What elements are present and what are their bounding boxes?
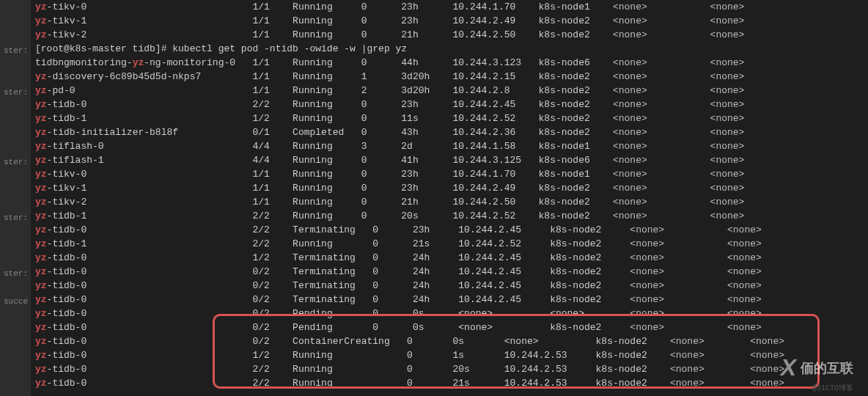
none-value: <none> (613, 197, 710, 208)
none-value: <none> (710, 99, 745, 110)
terminal-line: yz-tikv-1 1/1 Running 0 23h 10.244.2.49 … (31, 14, 868, 28)
gutter-label (0, 252, 31, 266)
gutter-label: ster: (0, 43, 31, 57)
highlighted-prefix: yz (35, 113, 47, 124)
highlighted-prefix: yz (35, 252, 47, 263)
highlighted-prefix: yz (35, 364, 47, 375)
terminal-line: yz-tidb-0 2/2 Terminating 0 23h 10.244.2… (31, 223, 868, 237)
none-value: <none> (630, 322, 727, 333)
gutter-label (0, 169, 31, 183)
gutter-label (0, 183, 31, 197)
line-gutter: ster:ster:ster:ster:ster:succe (0, 0, 31, 396)
highlighted-prefix: yz (35, 238, 47, 249)
none-value: <none> (750, 378, 784, 389)
none-value: <none> (630, 280, 727, 291)
highlighted-prefix: yz (35, 15, 47, 26)
gutter-label (0, 308, 31, 322)
none-value: <none> (750, 364, 784, 375)
terminal-line: yz-tidb-0 0/2 Terminating 0 24h 10.244.2… (31, 265, 868, 279)
none-value: <none> (630, 294, 727, 305)
none-value: <none> (750, 350, 784, 361)
none-value: <none> (670, 364, 750, 375)
none-value: <none> (670, 378, 750, 389)
highlighted-prefix: yz (35, 308, 47, 319)
none-value: <none> (727, 322, 762, 333)
none-value: <none> (710, 197, 745, 208)
highlighted-prefix: yz (35, 197, 47, 208)
none-value: <none> (710, 1, 745, 12)
none-value: <none> (710, 85, 745, 96)
none-value: <none> (630, 266, 727, 277)
gutter-label (0, 29, 31, 43)
command-prompt: [root@k8s-master tidb]# kubectl get pod … (35, 43, 407, 54)
none-value: <none> (613, 141, 710, 152)
none-value: <none> (727, 280, 762, 291)
terminal-line: yz-tidb-0 1/2 Running 0 1s 10.244.2.53 k… (31, 348, 868, 362)
highlighted-prefix: yz (35, 29, 47, 40)
none-value: <none> (630, 238, 727, 249)
none-value: <none> (750, 336, 784, 347)
gutter-label (0, 322, 31, 336)
terminal-window[interactable]: ster:ster:ster:ster:ster:succe yz-tikv-0… (0, 0, 868, 396)
highlighted-prefix: yz (35, 155, 47, 166)
highlighted-prefix: yz (35, 183, 47, 194)
highlighted-prefix: yz (35, 71, 47, 82)
highlighted-prefix: yz (35, 322, 47, 333)
none-value: <none> (613, 155, 710, 166)
gutter-label: ster: (0, 85, 31, 99)
terminal-line: yz-tikv-1 1/1 Running 0 23h 10.244.2.49 … (31, 181, 868, 195)
none-value: <none> (670, 336, 750, 347)
none-value: <none> (710, 29, 745, 40)
highlighted-prefix: yz (35, 336, 47, 347)
highlighted-prefix: yz (35, 378, 47, 389)
none-value: <none> (613, 57, 710, 68)
terminal-line: yz-tidb-1 2/2 Running 0 21s 10.244.2.52 … (31, 237, 868, 251)
gutter-label (0, 280, 31, 294)
gutter-label (0, 71, 31, 85)
terminal-line: yz-tidb-0 2/2 Running 0 20s 10.244.2.53 … (31, 362, 868, 376)
terminal-line: tidbngmonitoring-yz-ng-monitoring-0 1/1 … (31, 56, 868, 70)
terminal-line: [root@k8s-master tidb]# kubectl get pod … (31, 42, 868, 56)
none-value: <none> (727, 294, 762, 305)
gutter-label: ster: (0, 210, 31, 224)
terminal-line: yz-tidb-0 0/2 Pending 0 0s <none> k8s-no… (31, 320, 868, 334)
footer-tag: @51CTO博客 (812, 383, 853, 393)
highlighted-prefix: yz (35, 294, 47, 305)
none-value: <none> (710, 169, 745, 180)
none-value: <none> (613, 1, 710, 12)
gutter-label (0, 99, 31, 113)
gutter-label (0, 336, 31, 350)
highlighted-prefix: yz (35, 210, 47, 221)
terminal-line: yz-tidb-0 2/2 Running 0 21s 10.244.2.53 … (31, 376, 868, 390)
terminal-line: yz-tidb-1 2/2 Running 0 20s 10.244.2.52 … (31, 209, 868, 223)
terminal-line: yz-tiflash-1 4/4 Running 0 41h 10.244.3.… (31, 153, 868, 167)
watermark: X 侕的互联 (781, 354, 853, 381)
none-value: <none> (613, 127, 710, 138)
terminal-line: yz-tidb-0 0/2 Terminating 0 24h 10.244.2… (31, 279, 868, 293)
none-value: <none> (710, 141, 745, 152)
terminal-line: yz-tidb-0 0/2 ContainerCreating 0 0s <no… (31, 334, 868, 348)
none-value: <none> (630, 252, 727, 263)
none-value: <none> (613, 99, 710, 110)
none-value: <none> (613, 15, 710, 26)
gutter-label (0, 378, 31, 392)
gutter-label (0, 127, 31, 141)
highlighted-prefix: yz (35, 85, 47, 96)
gutter-label (0, 15, 31, 29)
none-value: <none> (613, 71, 710, 82)
none-value: <none> (613, 210, 710, 221)
none-value: <none> (727, 266, 762, 277)
none-value: <none> (630, 224, 727, 235)
highlighted-prefix: yz (35, 224, 47, 235)
gutter-label (0, 224, 31, 238)
none-value: <none> (727, 224, 762, 235)
gutter-label: ster: (0, 155, 31, 169)
highlighted-prefix: yz (35, 1, 47, 12)
none-value: <none> (613, 183, 710, 194)
gutter-label: succe (0, 294, 31, 308)
none-value: <none> (710, 113, 745, 124)
none-value: <none> (613, 113, 710, 124)
terminal-line: yz-tikv-2 1/1 Running 0 21h 10.244.2.50 … (31, 195, 868, 209)
terminal-output[interactable]: yz-tikv-0 1/1 Running 0 23h 10.244.1.70 … (31, 0, 868, 396)
none-value: <none> (710, 155, 745, 166)
